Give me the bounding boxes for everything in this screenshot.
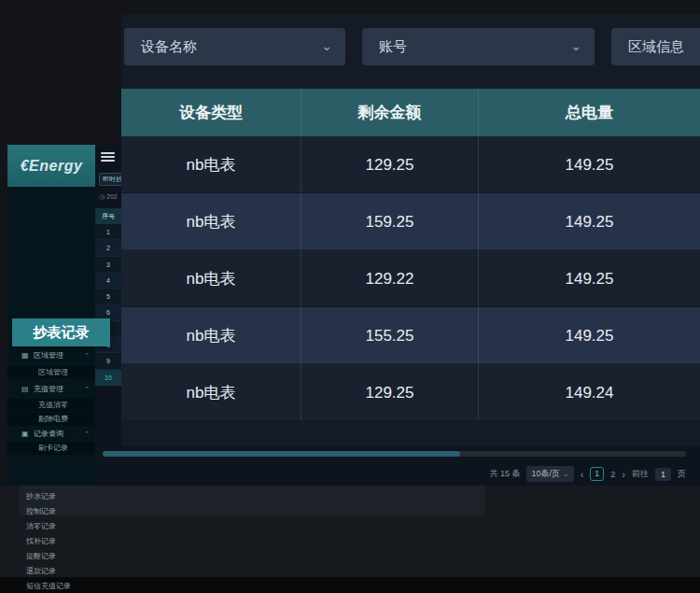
- col-total-power: 总电量: [478, 89, 700, 136]
- goto-label: 前往: [632, 468, 649, 480]
- chevron-down-icon: ⌄: [563, 470, 569, 478]
- chevron-up-icon: ⌃: [84, 428, 90, 441]
- index-row: 1: [95, 224, 121, 240]
- index-row: 3: [95, 257, 121, 273]
- sidebar-item-sms-recharge-records[interactable]: 短信充值记录: [7, 580, 95, 592]
- page-button-1[interactable]: 1: [590, 467, 604, 481]
- chevron-down-icon: ⌄: [570, 28, 581, 65]
- table-header-row: 设备类型 剩余金额 总电量: [121, 89, 700, 136]
- clock-icon: ◷: [99, 193, 106, 200]
- page-size-select[interactable]: 10条/页 ⌄: [526, 466, 573, 482]
- chevron-up-icon: ⌃: [84, 383, 90, 396]
- horizontal-scrollbar-thumb[interactable]: [103, 451, 460, 457]
- sidebar-item-records[interactable]: ▣ 记录查询 ⌃: [7, 428, 95, 441]
- date-picker[interactable]: ◷ 202: [99, 193, 118, 201]
- meter-table: 设备类型 剩余金额 总电量 nb电表 129.25 149.25 nb电表 15…: [121, 89, 700, 421]
- goto-unit: 页: [678, 468, 686, 480]
- col-device-type: 设备类型: [121, 89, 301, 136]
- chevron-down-icon: ⌄: [321, 28, 332, 65]
- logo: €Energy: [7, 145, 95, 187]
- sidebar-item-region-manage[interactable]: 区域管理: [7, 366, 95, 379]
- menu-toggle-icon[interactable]: [101, 152, 115, 163]
- index-row: 2: [95, 240, 121, 256]
- sidebar-item-card-records[interactable]: 刷卡记录: [7, 442, 95, 455]
- app-canvas: 即时抄表 ◷ 202 序号 1 2 3 4 5 6 7 8 9 10 共 15 …: [0, 0, 700, 593]
- index-row: 4: [95, 273, 121, 289]
- table-row[interactable]: nb电表 155.25 149.25: [121, 307, 700, 364]
- page-button-2[interactable]: 2: [610, 470, 615, 479]
- chevron-up-icon: ⌃: [84, 349, 90, 362]
- recharge-icon: ▤: [21, 383, 30, 396]
- device-name-select[interactable]: 设备名称 ⌄: [124, 28, 345, 65]
- sidebar-item-region[interactable]: ▦ 区域管理 ⌃: [7, 349, 95, 362]
- sidebar-item-adjust-records[interactable]: 找补记录: [7, 535, 95, 547]
- table-row[interactable]: nb电表 159.25 149.25: [121, 193, 700, 250]
- index-row-active: 10: [95, 370, 121, 386]
- sidebar-item-water-reading[interactable]: 抄水记录: [7, 490, 95, 502]
- index-column: 序号 1 2 3 4 5 6 7 8 9 10: [95, 208, 121, 386]
- index-row: 9: [95, 353, 121, 369]
- goto-page-input[interactable]: 1: [655, 468, 671, 481]
- account-select[interactable]: 账号 ⌄: [362, 28, 595, 65]
- table-row[interactable]: nb电表 129.25 149.25: [121, 136, 700, 193]
- sidebar-item-clear-records[interactable]: 清零记录: [7, 520, 95, 532]
- logo-text: €Energy: [21, 158, 83, 175]
- next-page-icon[interactable]: ›: [622, 469, 625, 480]
- sidebar-item-meter-reading-active[interactable]: 抄表记录: [12, 318, 110, 346]
- sidebar-item-recharge[interactable]: ▤ 充值管理 ⌃: [7, 383, 95, 396]
- table-row[interactable]: nb电表 129.22 149.25: [121, 250, 700, 307]
- col-balance: 剩余金额: [301, 89, 478, 136]
- sidebar: €Energy ⟳ 收款管理 ⌄ ▦ 区域管理 ⌃ 区域管理 ▤ 充值管理 ⌃ …: [7, 145, 95, 486]
- index-column-header: 序号: [95, 208, 121, 224]
- sidebar-item-control-records[interactable]: 控制记录: [7, 505, 95, 517]
- pagination-total: 共 15 条: [489, 468, 520, 480]
- sidebar-item-remind-records[interactable]: 提醒记录: [7, 550, 95, 562]
- pagination: 共 15 条 10条/页 ⌄ ‹ 1 2 › 前往 1 页: [489, 466, 686, 482]
- index-row: 5: [95, 289, 121, 304]
- region-icon: ▦: [21, 349, 30, 362]
- sidebar-item-refund-records[interactable]: 退款记录: [7, 565, 95, 577]
- detail-panel: 设备名称 ⌄ 账号 ⌄ 区域信息 设备类型 剩余金额 总电量 nb电表 129.…: [121, 14, 700, 446]
- records-icon: ▣: [21, 428, 30, 441]
- sidebar-item-deduct-fee[interactable]: 剔除电费: [7, 413, 95, 426]
- table-row[interactable]: nb电表 129.25 149.24: [121, 364, 700, 421]
- sidebar-item-recharge-clear[interactable]: 充值清零: [7, 399, 95, 412]
- bottom-black-strip: [0, 577, 700, 593]
- horizontal-scrollbar[interactable]: [103, 451, 686, 457]
- region-info-select[interactable]: 区域信息: [611, 28, 700, 65]
- prev-page-icon[interactable]: ‹: [581, 469, 584, 480]
